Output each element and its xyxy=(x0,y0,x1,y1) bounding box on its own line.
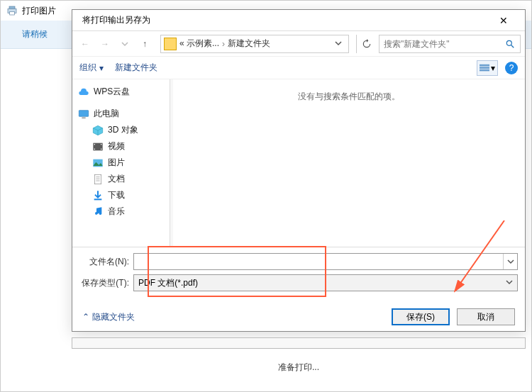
tree-music-label: 音乐 xyxy=(108,206,125,218)
main-area: WPS云盘 此电脑 3D 对象 视频 图片 xyxy=(72,79,525,247)
cancel-button[interactable]: 取消 xyxy=(457,308,515,325)
folder-icon xyxy=(164,38,177,50)
tree-wps[interactable]: WPS云盘 xyxy=(74,84,168,100)
video-icon xyxy=(92,141,104,152)
tree-wps-label: WPS云盘 xyxy=(94,86,130,98)
view-button[interactable]: ▾ xyxy=(477,60,498,76)
breadcrumb-part2[interactable]: 新建文件夹 xyxy=(228,38,270,50)
back-button[interactable]: ← xyxy=(77,35,94,52)
tree-3d-label: 3D 对象 xyxy=(108,124,138,136)
new-folder-button[interactable]: 新建文件夹 xyxy=(115,62,157,74)
svg-rect-16 xyxy=(101,144,101,145)
progress-text: 准备打印... xyxy=(72,362,526,374)
tree-downloads[interactable]: 下载 xyxy=(74,187,168,203)
dropdown-icon: ▾ xyxy=(99,63,104,73)
tree-video-label: 视频 xyxy=(108,140,125,152)
save-dialog: 将打印输出另存为 ✕ ← → ↑ « 示例素... › 新建文件夹 xyxy=(72,9,526,332)
tree-3d[interactable]: 3D 对象 xyxy=(74,122,168,138)
search-button[interactable] xyxy=(500,35,520,52)
filename-dropdown-icon[interactable] xyxy=(503,254,517,269)
cube-icon xyxy=(92,125,104,136)
svg-rect-15 xyxy=(94,148,95,149)
progress-area: 准备打印... xyxy=(72,337,526,374)
picture-icon xyxy=(92,157,104,169)
svg-rect-19 xyxy=(94,174,101,184)
music-icon xyxy=(92,206,104,218)
organize-menu[interactable]: 组织 ▾ xyxy=(79,62,104,74)
organize-label: 组织 xyxy=(79,62,96,74)
nav-row: ← → ↑ « 示例素... › 新建文件夹 xyxy=(72,31,525,57)
svg-rect-8 xyxy=(480,64,489,66)
outer-title-text: 打印图片 xyxy=(22,5,56,17)
tree-pictures-label: 图片 xyxy=(108,157,125,169)
breadcrumb-sep-icon: › xyxy=(222,39,225,49)
tree-pc-label: 此电脑 xyxy=(94,108,119,120)
tree-pictures[interactable]: 图片 xyxy=(74,155,168,171)
cloud-icon xyxy=(78,86,89,98)
svg-rect-2 xyxy=(10,11,15,15)
svg-line-7 xyxy=(511,45,514,47)
tree-documents-label: 文档 xyxy=(108,173,125,185)
tree-video[interactable]: 视频 xyxy=(74,138,168,155)
save-button[interactable]: 保存(S) xyxy=(392,308,450,325)
svg-rect-0 xyxy=(9,6,15,9)
svg-rect-12 xyxy=(82,117,85,118)
search-input[interactable] xyxy=(379,39,500,49)
progress-bar xyxy=(72,337,526,349)
breadcrumb-part1[interactable]: « 示例素... xyxy=(179,38,219,50)
address-bar[interactable]: « 示例素... › 新建文件夹 xyxy=(160,35,349,53)
bottom-form: 文件名(N): 保存类型(T): PDF 文档(*.pdf) xyxy=(72,247,525,303)
svg-rect-9 xyxy=(480,67,489,69)
svg-point-6 xyxy=(506,40,511,45)
tree-music[interactable]: 音乐 xyxy=(74,203,168,220)
dialog-footer: ⌃ 隐藏文件夹 保存(S) 取消 xyxy=(72,303,525,331)
svg-rect-11 xyxy=(79,110,88,116)
close-button[interactable]: ✕ xyxy=(488,11,519,30)
filetype-value: PDF 文档(*.pdf) xyxy=(138,277,198,289)
document-icon xyxy=(92,174,104,185)
filename-label: 文件名(N): xyxy=(79,256,133,268)
new-folder-label: 新建文件夹 xyxy=(115,62,157,74)
refresh-button[interactable] xyxy=(356,35,376,53)
file-list-pane[interactable]: 没有与搜索条件匹配的项。 xyxy=(170,79,525,247)
hide-folders-label: 隐藏文件夹 xyxy=(92,311,135,323)
address-dropdown-icon[interactable] xyxy=(331,39,345,49)
svg-rect-14 xyxy=(94,144,95,145)
printer-icon xyxy=(6,5,18,16)
pc-icon xyxy=(78,108,89,120)
filetype-dropdown-icon xyxy=(506,278,513,288)
hide-folders-toggle[interactable]: ⌃ 隐藏文件夹 xyxy=(82,311,135,323)
download-icon xyxy=(92,190,104,201)
dialog-title-bar: 将打印输出另存为 ✕ xyxy=(72,10,525,31)
up-button[interactable]: ↑ xyxy=(136,35,153,52)
filetype-select[interactable]: PDF 文档(*.pdf) xyxy=(133,274,518,291)
chevron-up-icon: ⌃ xyxy=(82,312,89,322)
tree-pc[interactable]: 此电脑 xyxy=(74,106,168,122)
search-box xyxy=(379,35,521,53)
toolbar-row: 组织 ▾ 新建文件夹 ▾ ? xyxy=(72,57,525,79)
svg-rect-10 xyxy=(480,69,489,71)
filename-input[interactable] xyxy=(133,253,518,270)
empty-message: 没有与搜索条件匹配的项。 xyxy=(298,91,400,247)
filetype-label: 保存类型(T): xyxy=(79,277,133,289)
tree-pane[interactable]: WPS云盘 此电脑 3D 对象 视频 图片 xyxy=(72,79,170,247)
tree-downloads-label: 下载 xyxy=(108,189,125,201)
help-button[interactable]: ? xyxy=(505,62,518,74)
tree-documents[interactable]: 文档 xyxy=(74,171,168,187)
dialog-title-text: 将打印输出另存为 xyxy=(82,14,150,26)
wait-text: 请稍候 xyxy=(22,28,48,40)
recent-dropdown[interactable] xyxy=(116,35,133,52)
svg-rect-17 xyxy=(101,148,101,149)
forward-button[interactable]: → xyxy=(96,35,113,52)
